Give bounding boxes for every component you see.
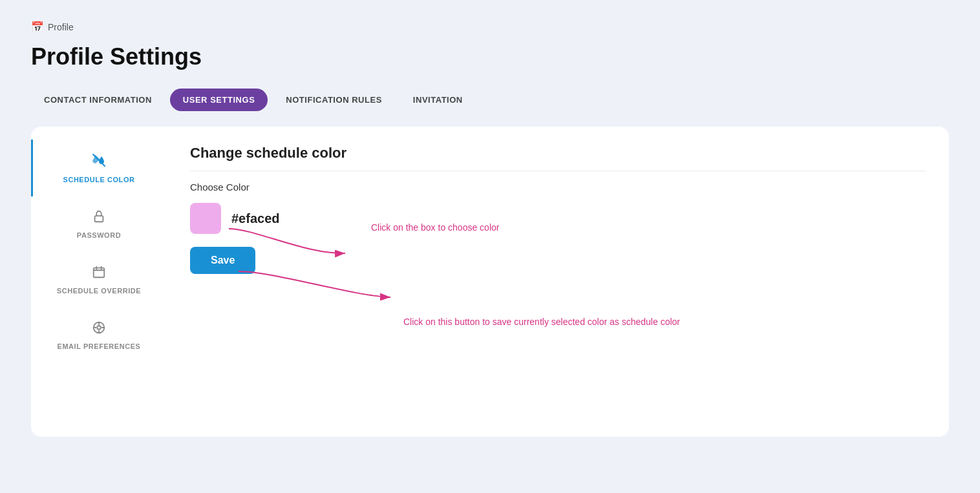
annotation-text-2: Click on this button to save currently s… <box>403 317 680 327</box>
svg-point-3 <box>97 326 101 330</box>
lock-icon <box>92 209 106 227</box>
annotation-wrapper: #efaced Click on the box to choose color… <box>190 203 643 274</box>
sidebar-item-password[interactable]: PASSWORD <box>31 196 167 252</box>
color-swatch[interactable] <box>190 203 221 234</box>
save-button[interactable]: Save <box>190 247 255 274</box>
svg-rect-0 <box>95 216 103 222</box>
sidebar-item-schedule-override-label: SCHEDULE OVERRIDE <box>57 287 141 295</box>
tab-bar: CONTACT INFORMATION USER SETTINGS NOTIFI… <box>31 89 949 111</box>
sidebar-item-schedule-override[interactable]: SCHEDULE OVERRIDE <box>31 252 167 308</box>
choose-color-label: Choose Color <box>190 182 926 193</box>
save-button-row: Save Click on this button to save curren… <box>190 247 643 274</box>
svg-rect-1 <box>94 268 105 278</box>
calendar-icon: 📅 <box>31 21 44 33</box>
schedule-override-icon <box>92 265 106 283</box>
breadcrumb-label: Profile <box>48 22 74 32</box>
section-title: Change schedule color <box>190 145 926 171</box>
annotation-text-1: Click on the box to choose color <box>371 222 499 233</box>
content-card: SCHEDULE COLOR PASSWORD SCHEDULE OVERRID… <box>31 127 949 437</box>
color-hex-value: #efaced <box>231 211 280 226</box>
tab-user-settings[interactable]: USER SETTINGS <box>170 89 268 111</box>
sidebar-item-email-preferences[interactable]: EMAIL PREFERENCES <box>31 308 167 363</box>
sidebar-item-password-label: PASSWORD <box>77 231 121 239</box>
sidebar-item-schedule-color[interactable]: SCHEDULE COLOR <box>31 140 167 196</box>
sidebar-item-email-preferences-label: EMAIL PREFERENCES <box>58 342 141 350</box>
sidebar: SCHEDULE COLOR PASSWORD SCHEDULE OVERRID… <box>31 127 167 437</box>
paint-bucket-icon <box>91 152 107 172</box>
breadcrumb: 📅 Profile <box>31 21 949 33</box>
page-title: Profile Settings <box>31 43 949 70</box>
email-icon <box>92 320 106 339</box>
tab-notification-rules[interactable]: NOTIFICATION RULES <box>273 89 395 111</box>
tab-contact-information[interactable]: CONTACT INFORMATION <box>31 89 165 111</box>
tab-invitation[interactable]: INVITATION <box>400 89 476 111</box>
main-content-area: Change schedule color Choose Color #efac… <box>167 127 949 437</box>
sidebar-item-schedule-color-label: SCHEDULE COLOR <box>63 176 135 184</box>
